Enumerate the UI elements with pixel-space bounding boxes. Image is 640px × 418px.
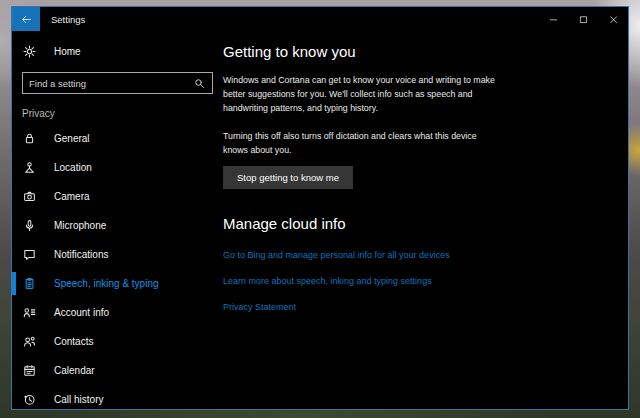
sidebar-item-label: Camera: [54, 191, 90, 202]
camera-icon: [22, 189, 37, 204]
sidebar-item-calendar[interactable]: Calendar: [12, 356, 223, 385]
contacts-icon: [22, 334, 37, 349]
sidebar-item-speech-inking-typing[interactable]: Speech, inking & typing: [12, 269, 223, 298]
privacy-section-label: Privacy: [22, 107, 223, 120]
close-button[interactable]: [598, 7, 628, 31]
sidebar-item-account-info[interactable]: Account info: [12, 298, 223, 327]
back-arrow-icon: [20, 13, 33, 26]
privacy-statement-link[interactable]: Privacy Statement: [223, 302, 296, 312]
sidebar-item-notifications[interactable]: Notifications: [12, 240, 223, 269]
learn-more-speech-settings-link[interactable]: Learn more about speech, inking and typi…: [223, 276, 432, 286]
search-box: [22, 72, 213, 94]
sidebar-item-label: Home: [54, 46, 81, 57]
stop-getting-to-know-me-button[interactable]: Stop getting to know me: [223, 166, 353, 189]
location-icon: [22, 160, 37, 175]
lock-icon: [22, 131, 37, 146]
account-info-icon: [22, 305, 37, 320]
main-content: Getting to know you Windows and Cortana …: [223, 31, 628, 409]
sidebar-item-label: Location: [54, 162, 92, 173]
sidebar-item-label: Call history: [54, 394, 103, 405]
sidebar-item-call-history[interactable]: Call history: [12, 385, 223, 409]
bing-manage-personal-info-link[interactable]: Go to Bing and manage personal info for …: [223, 250, 450, 260]
getting-to-know-you-description: Windows and Cortana can get to know your…: [223, 73, 495, 115]
sidebar-item-camera[interactable]: Camera: [12, 182, 223, 211]
sidebar-item-label: Microphone: [54, 220, 106, 231]
sidebar-item-microphone[interactable]: Microphone: [12, 211, 223, 240]
sidebar-item-label: Calendar: [54, 365, 95, 376]
sidebar-item-location[interactable]: Location: [12, 153, 223, 182]
microphone-icon: [22, 218, 37, 233]
sidebar-item-general[interactable]: General: [12, 124, 223, 153]
settings-window: Settings: [11, 6, 629, 410]
window-title: Settings: [40, 7, 85, 31]
back-button[interactable]: [12, 7, 40, 31]
title-bar: Settings: [12, 7, 628, 31]
desktop-background: Settings: [0, 0, 640, 418]
getting-to-know-you-heading: Getting to know you: [223, 42, 604, 62]
maximize-icon: [578, 14, 589, 25]
sidebar-item-contacts[interactable]: Contacts: [12, 327, 223, 356]
calendar-icon: [22, 363, 37, 378]
sidebar-item-label: General: [54, 133, 90, 144]
maximize-button[interactable]: [568, 7, 598, 31]
search-icon[interactable]: [193, 77, 212, 90]
clipboard-icon: [22, 276, 37, 291]
turn-off-note: Turning this off also turns off dictatio…: [223, 129, 495, 157]
sidebar-item-label: Speech, inking & typing: [54, 278, 159, 289]
sidebar: Home Privacy General: [12, 31, 223, 409]
sidebar-item-label: Account info: [54, 307, 109, 318]
minimize-icon: [548, 14, 559, 25]
notifications-icon: [22, 247, 37, 262]
gear-icon: [22, 44, 37, 59]
minimize-button[interactable]: [538, 7, 568, 31]
sidebar-item-label: Contacts: [54, 336, 93, 347]
call-history-icon: [22, 392, 37, 407]
manage-cloud-info-heading: Manage cloud info: [223, 214, 604, 234]
search-input[interactable]: [23, 78, 193, 89]
sidebar-item-label: Notifications: [54, 249, 108, 260]
sidebar-item-home[interactable]: Home: [12, 39, 223, 63]
close-icon: [608, 14, 619, 25]
titlebar-drag-area[interactable]: [85, 7, 538, 31]
